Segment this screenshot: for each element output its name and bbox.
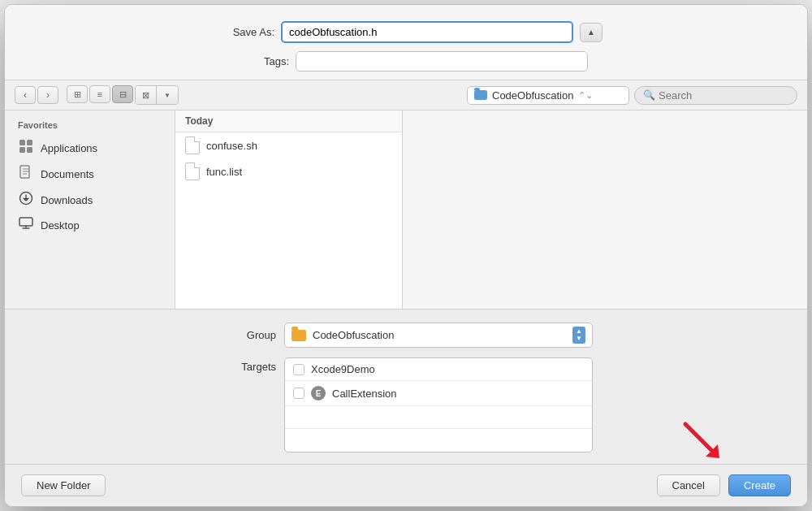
new-folder-button[interactable]: New Folder [21,474,106,496]
group-select[interactable]: CodeObfuscation ▲ ▼ [284,323,593,348]
files-area: Today confuse.sh func.list [175,110,807,309]
gallery-icon: ⊠ [142,90,149,101]
view-column-button[interactable]: ⊟ [112,85,133,103]
sidebar-item-downloads[interactable]: Downloads [5,187,175,213]
svg-rect-6 [19,218,32,226]
nav-group: ‹ › [15,86,58,104]
location-text: CodeObfuscation [492,89,573,102]
search-input[interactable] [659,89,788,102]
view-gallery-dropdown-button[interactable]: ▼ [157,86,178,104]
forward-icon: › [46,89,50,101]
applications-label: Applications [41,142,97,154]
toolbar: ‹ › ⊞ ≡ ⊟ ⊠ ▼ [5,80,807,110]
column-icon: ⊟ [119,89,127,100]
svg-line-7 [685,424,716,455]
dropdown-arrow-icon: ▼ [164,92,171,99]
view-gallery-button[interactable]: ⊠ [136,86,157,104]
targets-row: Targets Xcode9Demo E CallExtension [21,357,791,453]
list-item[interactable]: confuse.sh [175,132,402,158]
target-badge-callextension: E [311,386,326,401]
svg-rect-0 [19,140,25,145]
target-name-xcode9demo: Xcode9Demo [311,363,375,375]
create-button[interactable]: Create [728,474,791,496]
red-arrow [677,416,726,467]
search-bar[interactable]: 🔍 [634,86,797,105]
svg-rect-1 [27,140,32,145]
sidebar-item-documents[interactable]: Documents [5,161,175,187]
view-split-group: ⊠ ▼ [135,85,179,105]
cancel-button[interactable]: Cancel [657,474,720,496]
target-checkbox-callextension[interactable] [293,388,304,399]
save-as-input[interactable] [281,21,573,43]
desktop-icon [18,217,34,233]
list-item[interactable]: func.list [175,158,402,184]
save-as-row: Save As: ▲ [21,21,791,43]
group-select-arrows: ▲ ▼ [572,327,585,344]
chevron-up-icon: ▲ [587,28,595,37]
search-icon: 🔍 [643,89,655,101]
targets-label: Targets [219,357,276,373]
save-as-label: Save As: [209,26,274,38]
view-icon-button[interactable]: ⊞ [67,85,88,103]
documents-label: Documents [41,168,94,180]
file-name-func: func.list [206,166,242,178]
footer-right: Cancel Create [657,474,792,496]
target-checkbox-xcode9demo[interactable] [293,364,304,375]
top-section: Save As: ▲ Tags: [5,5,807,80]
sidebar-item-applications[interactable]: Applications [5,135,175,161]
group-row: Group CodeObfuscation ▲ ▼ [21,323,791,348]
tags-row: Tags: [21,51,791,71]
file-column: Today confuse.sh func.list [175,110,403,309]
group-label: Group [219,329,276,341]
svg-rect-2 [19,147,25,153]
arrow-up-icon: ▲ [576,328,582,335]
tags-label: Tags: [224,55,289,67]
documents-icon [18,165,34,183]
applications-icon [18,139,34,157]
grid-icon: ⊞ [74,89,81,100]
group-folder-icon [292,330,306,341]
expand-button[interactable]: ▲ [580,23,603,42]
forward-button[interactable]: › [37,86,58,104]
target-empty-row-1 [285,406,592,429]
desktop-label: Desktop [41,219,80,232]
location-chevron-icon: ⌃⌄ [578,90,593,101]
footer: New Folder Cancel Create [5,464,807,506]
svg-rect-3 [27,147,32,153]
target-empty-row-2 [285,429,592,452]
column-header: Today [175,110,402,132]
view-list-button[interactable]: ≡ [89,85,110,103]
view-group: ⊞ ≡ ⊟ ⊠ ▼ [67,85,179,105]
arrow-down-icon: ▼ [576,336,582,342]
file-icon-confuse [185,136,200,154]
location-bar[interactable]: CodeObfuscation ⌃⌄ [467,86,629,105]
downloads-icon [18,191,34,209]
sidebar: Favorites Applications Documents Downloa… [5,110,175,309]
file-name-confuse: confuse.sh [206,140,257,152]
browser-area: Favorites Applications Documents Downloa… [5,110,807,310]
folder-icon [474,90,487,100]
target-item-xcode9demo[interactable]: Xcode9Demo [285,358,592,381]
targets-list: Xcode9Demo E CallExtension [284,357,593,453]
back-button[interactable]: ‹ [15,86,36,104]
sidebar-item-desktop[interactable]: Desktop [5,213,175,237]
downloads-label: Downloads [41,194,93,206]
list-icon: ≡ [97,89,102,99]
group-select-text: CodeObfuscation [313,329,566,341]
sidebar-section-title: Favorites [5,120,175,135]
back-icon: ‹ [24,89,27,101]
target-name-callextension: CallExtension [332,388,397,400]
tags-input[interactable] [296,51,588,71]
target-item-callextension[interactable]: E CallExtension [285,381,592,406]
file-icon-func [185,162,200,180]
save-dialog: Save As: ▲ Tags: ‹ › ⊞ ≡ [4,4,808,507]
